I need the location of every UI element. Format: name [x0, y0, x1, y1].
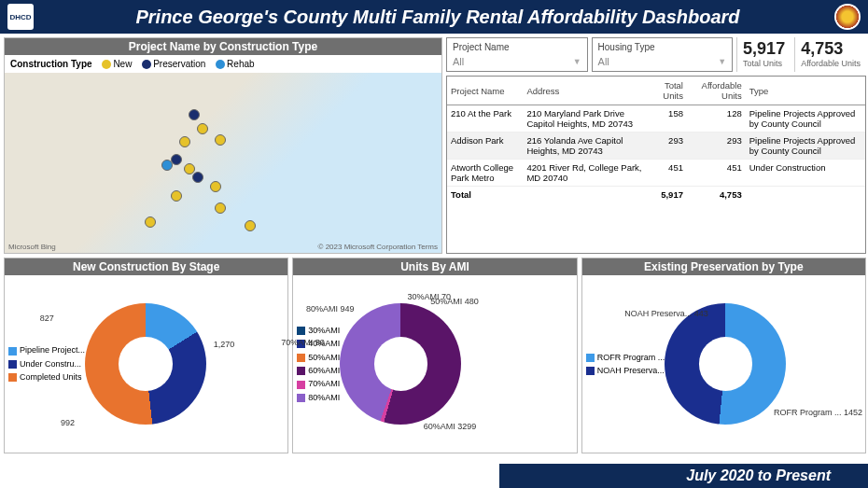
legend-swatch-preservation — [142, 60, 151, 69]
map-dot[interactable] — [189, 109, 200, 120]
map-dot[interactable] — [171, 190, 182, 202]
dhcd-logo: DHCD — [7, 4, 34, 30]
legend-swatch-rehab — [216, 60, 225, 69]
table-total-afford: 4,753 — [687, 187, 746, 203]
legend-item[interactable]: 70%AMI — [297, 377, 340, 390]
map-legend-title: Construction Type — [10, 59, 92, 69]
map-dot[interactable] — [161, 160, 173, 171]
legend-label: Preservation — [153, 59, 205, 69]
legend-item[interactable]: Under Constru... — [8, 357, 85, 370]
col-header[interactable]: Address — [523, 77, 648, 105]
chart-legend: ROFR Program ...NOAH Preserva... — [586, 351, 665, 378]
legend-label: Rehab — [227, 59, 254, 69]
filter-housing-type[interactable]: Housing Type All▼ — [592, 37, 734, 72]
donut-chart[interactable]: 30%AMI 7050%AMI 48060%AMI 329970%AMI 508… — [340, 303, 461, 425]
col-header[interactable]: Type — [746, 77, 865, 105]
table-total-label: Total — [447, 187, 523, 203]
legend-item[interactable]: Pipeline Project... — [8, 343, 85, 356]
filter-label: Housing Type — [598, 42, 727, 52]
filter-project-name[interactable]: Project Name All▼ — [446, 37, 588, 72]
col-header[interactable]: Affordable Units — [687, 77, 746, 105]
map-canvas[interactable]: Microsoft Bing © 2023 Microsoft Corporat… — [5, 73, 441, 253]
filter-value: All — [453, 56, 464, 67]
county-seal-icon — [834, 4, 861, 30]
kpi-label: Affordable Units — [801, 59, 861, 68]
projects-table[interactable]: Project Name Address Total Units Afforda… — [446, 76, 866, 254]
footer-date-range: July 2020 to Present — [499, 464, 868, 488]
col-header[interactable]: Total Units — [648, 77, 687, 105]
legend-item[interactable]: NOAH Preserva... — [586, 364, 665, 377]
legend-item[interactable]: ROFR Program ... — [586, 351, 665, 364]
legend-swatch-new — [102, 60, 111, 69]
legend-item[interactable]: 50%AMI — [297, 351, 340, 364]
table-row[interactable]: 210 At the Park210 Maryland Park Drive C… — [447, 105, 865, 132]
chart-legend: Pipeline Project...Under Constru...Compl… — [8, 343, 85, 383]
legend-label: New — [113, 59, 132, 69]
header-bar: DHCD Prince George's County Multi Family… — [0, 0, 868, 34]
chart-title: New Construction By Stage — [5, 258, 287, 275]
kpi-value: 5,917 — [743, 39, 785, 59]
chart-new-construction: New Construction By Stage Pipeline Proje… — [4, 258, 288, 453]
map-legend: Construction Type New Preservation Rehab — [5, 55, 441, 73]
chevron-down-icon: ▼ — [718, 57, 726, 66]
chart-legend: 30%AMI40%AMI50%AMI60%AMI70%AMI80%AMI — [297, 324, 340, 404]
map-dot[interactable] — [192, 172, 203, 183]
donut-chart[interactable]: 1,270992827 — [85, 303, 206, 425]
filter-label: Project Name — [453, 42, 581, 52]
kpi-label: Total Units — [743, 59, 785, 68]
table-total-units: 5,917 — [648, 187, 687, 203]
legend-item[interactable]: Completed Units — [8, 370, 85, 383]
map-attrib-right: © 2023 Microsoft Corporation Terms — [318, 243, 438, 251]
map-panel-title: Project Name by Construction Type — [5, 38, 441, 55]
chart-title: Units By AMI — [293, 258, 576, 275]
kpi-value: 4,753 — [801, 39, 861, 59]
map-dot[interactable] — [210, 181, 221, 192]
legend-item[interactable]: 80%AMI — [297, 391, 340, 404]
page-title: Prince George's County Multi Family Rent… — [41, 7, 834, 28]
map-attrib-left: Microsoft Bing — [8, 243, 56, 251]
map-dot[interactable] — [179, 136, 190, 147]
legend-item[interactable]: 60%AMI — [297, 364, 340, 377]
table-row[interactable]: Addison Park216 Yolanda Ave Capitol Heig… — [447, 132, 865, 160]
map-dot[interactable] — [245, 220, 256, 231]
chevron-down-icon: ▼ — [573, 57, 581, 66]
map-panel: Project Name by Construction Type Constr… — [4, 37, 442, 254]
map-dot[interactable] — [145, 216, 156, 228]
map-dot[interactable] — [197, 123, 208, 134]
legend-item[interactable]: 30%AMI — [297, 324, 340, 337]
right-top-region: Project Name All▼ Housing Type All▼ 5,91… — [446, 37, 866, 254]
table-row[interactable]: Atworth College Park Metro4201 River Rd,… — [447, 160, 865, 187]
chart-title: Existing Preservation by Type — [582, 258, 865, 275]
kpi-total-units: 5,917 Total Units — [736, 37, 791, 72]
chart-units-by-ami: Units By AMI 30%AMI40%AMI50%AMI60%AMI70%… — [292, 258, 577, 453]
map-dot[interactable] — [215, 134, 226, 146]
kpi-affordable-units: 4,753 Affordable Units — [794, 37, 866, 72]
map-dot[interactable] — [215, 202, 226, 214]
col-header[interactable]: Project Name — [447, 77, 523, 105]
filter-value: All — [598, 56, 609, 67]
chart-preservation: Existing Preservation by Type ROFR Progr… — [581, 258, 866, 453]
donut-chart[interactable]: ROFR Program ... 1452NOAH Preserva... 44… — [665, 303, 786, 425]
